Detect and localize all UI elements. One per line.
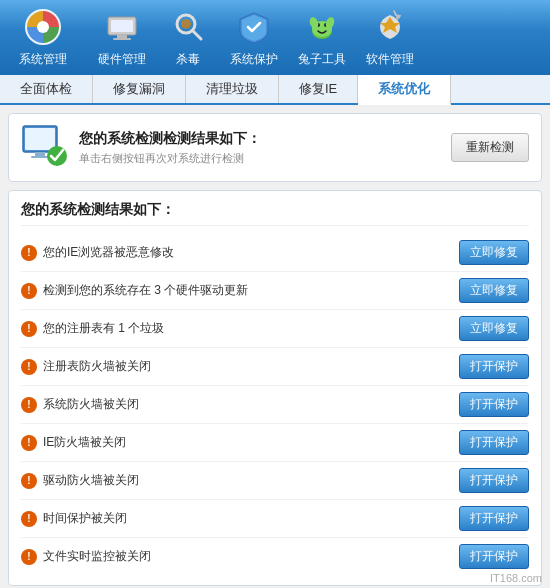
action-button-1[interactable]: 立即修复 xyxy=(459,278,529,303)
result-text: 您的IE浏览器被恶意修改 xyxy=(43,244,174,261)
nav-tools-label: 兔子工具 xyxy=(298,51,346,68)
result-left: ! 文件实时监控被关闭 xyxy=(21,548,151,565)
result-text: 您的注册表有 1 个垃圾 xyxy=(43,320,164,337)
result-row: ! 时间保护被关闭 打开保护 xyxy=(21,500,529,538)
nav-antivirus[interactable]: 杀毒 xyxy=(158,3,218,72)
result-text: 时间保护被关闭 xyxy=(43,510,127,527)
result-row: ! 系统防火墙被关闭 打开保护 xyxy=(21,386,529,424)
action-button-8[interactable]: 打开保护 xyxy=(459,544,529,569)
nav-antivirus-label: 杀毒 xyxy=(176,51,200,68)
logo-item[interactable]: 系统管理 xyxy=(8,3,78,72)
tabs-row: 全面体检 修复漏洞 清理垃圾 修复IE 系统优化 xyxy=(0,75,550,105)
tab-clean-junk[interactable]: 清理垃圾 xyxy=(186,75,279,103)
result-row: ! 检测到您的系统存在 3 个硬件驱动更新 立即修复 xyxy=(21,272,529,310)
svg-rect-18 xyxy=(35,152,45,156)
result-left: ! IE防火墙被关闭 xyxy=(21,434,126,451)
protection-icon xyxy=(234,7,274,47)
warning-icon: ! xyxy=(21,321,37,337)
logo-label: 系统管理 xyxy=(19,51,67,68)
warning-icon: ! xyxy=(21,359,37,375)
svg-line-7 xyxy=(193,31,201,39)
summary-left: 您的系统检测检测结果如下： 单击右侧按钮再次对系统进行检测 xyxy=(21,124,261,171)
warning-icon: ! xyxy=(21,511,37,527)
result-text: 注册表防火墙被关闭 xyxy=(43,358,151,375)
result-row: ! 您的IE浏览器被恶意修改 立即修复 xyxy=(21,234,529,272)
result-left: ! 注册表防火墙被关闭 xyxy=(21,358,151,375)
svg-rect-4 xyxy=(117,35,127,38)
result-left: ! 时间保护被关闭 xyxy=(21,510,127,527)
summary-banner: 您的系统检测检测结果如下： 单击右侧按钮再次对系统进行检测 重新检测 xyxy=(8,113,542,182)
tab-sys-optimize[interactable]: 系统优化 xyxy=(358,75,451,105)
result-text: IE防火墙被关闭 xyxy=(43,434,126,451)
warning-icon: ! xyxy=(21,283,37,299)
result-text: 检测到您的系统存在 3 个硬件驱动更新 xyxy=(43,282,248,299)
nav-protection[interactable]: 系统保护 xyxy=(222,3,286,72)
warning-icon: ! xyxy=(21,397,37,413)
nav-hardware-label: 硬件管理 xyxy=(98,51,146,68)
result-left: ! 驱动防火墙被关闭 xyxy=(21,472,139,489)
action-button-4[interactable]: 打开保护 xyxy=(459,392,529,417)
result-row: ! 您的注册表有 1 个垃圾 立即修复 xyxy=(21,310,529,348)
result-row: ! 文件实时监控被关闭 打开保护 xyxy=(21,538,529,575)
nav-software[interactable]: 软件管理 xyxy=(358,3,422,72)
result-row: ! 注册表防火墙被关闭 打开保护 xyxy=(21,348,529,386)
rescan-button[interactable]: 重新检测 xyxy=(451,133,529,162)
action-button-0[interactable]: 立即修复 xyxy=(459,240,529,265)
result-left: ! 您的IE浏览器被恶意修改 xyxy=(21,244,174,261)
logo-icon xyxy=(23,7,63,47)
summary-texts: 您的系统检测检测结果如下： 单击右侧按钮再次对系统进行检测 xyxy=(79,130,261,166)
antivirus-icon xyxy=(168,7,208,47)
warning-icon: ! xyxy=(21,549,37,565)
tab-fix-ie[interactable]: 修复IE xyxy=(279,75,358,103)
action-button-2[interactable]: 立即修复 xyxy=(459,316,529,341)
watermark: IT168.com xyxy=(490,572,542,584)
svg-rect-5 xyxy=(113,38,131,40)
result-row: ! 驱动防火墙被关闭 打开保护 xyxy=(21,462,529,500)
svg-rect-17 xyxy=(25,128,55,150)
nav-hardware[interactable]: 硬件管理 xyxy=(90,3,154,72)
results-title: 您的系统检测结果如下： xyxy=(21,201,529,226)
result-text: 驱动防火墙被关闭 xyxy=(43,472,139,489)
svg-point-8 xyxy=(181,19,191,29)
monitor-icon xyxy=(21,124,69,171)
top-navigation: 系统管理 硬件管理 杀毒 xyxy=(0,0,550,75)
svg-rect-3 xyxy=(111,20,133,32)
result-left: ! 系统防火墙被关闭 xyxy=(21,396,139,413)
tools-icon xyxy=(302,7,342,47)
nav-protection-label: 系统保护 xyxy=(230,51,278,68)
result-row: ! IE防火墙被关闭 打开保护 xyxy=(21,424,529,462)
result-left: ! 您的注册表有 1 个垃圾 xyxy=(21,320,164,337)
action-button-7[interactable]: 打开保护 xyxy=(459,506,529,531)
tab-fix-vuln[interactable]: 修复漏洞 xyxy=(93,75,186,103)
action-button-5[interactable]: 打开保护 xyxy=(459,430,529,455)
results-area: 您的系统检测结果如下： ! 您的IE浏览器被恶意修改 立即修复 ! 检测到您的系… xyxy=(8,190,542,586)
action-button-6[interactable]: 打开保护 xyxy=(459,468,529,493)
action-button-3[interactable]: 打开保护 xyxy=(459,354,529,379)
svg-point-1 xyxy=(37,21,49,33)
svg-point-15 xyxy=(396,15,400,19)
warning-icon: ! xyxy=(21,473,37,489)
tab-full-checkup[interactable]: 全面体检 xyxy=(0,75,93,103)
result-text: 系统防火墙被关闭 xyxy=(43,396,139,413)
results-list: ! 您的IE浏览器被恶意修改 立即修复 ! 检测到您的系统存在 3 个硬件驱动更… xyxy=(21,234,529,575)
nav-tools[interactable]: 兔子工具 xyxy=(290,3,354,72)
result-left: ! 检测到您的系统存在 3 个硬件驱动更新 xyxy=(21,282,248,299)
hardware-icon xyxy=(102,7,142,47)
nav-software-label: 软件管理 xyxy=(366,51,414,68)
warning-icon: ! xyxy=(21,245,37,261)
warning-icon: ! xyxy=(21,435,37,451)
software-icon xyxy=(370,7,410,47)
result-text: 文件实时监控被关闭 xyxy=(43,548,151,565)
svg-rect-19 xyxy=(31,156,49,158)
summary-title: 您的系统检测检测结果如下： xyxy=(79,130,261,148)
summary-sub: 单击右侧按钮再次对系统进行检测 xyxy=(79,151,261,166)
